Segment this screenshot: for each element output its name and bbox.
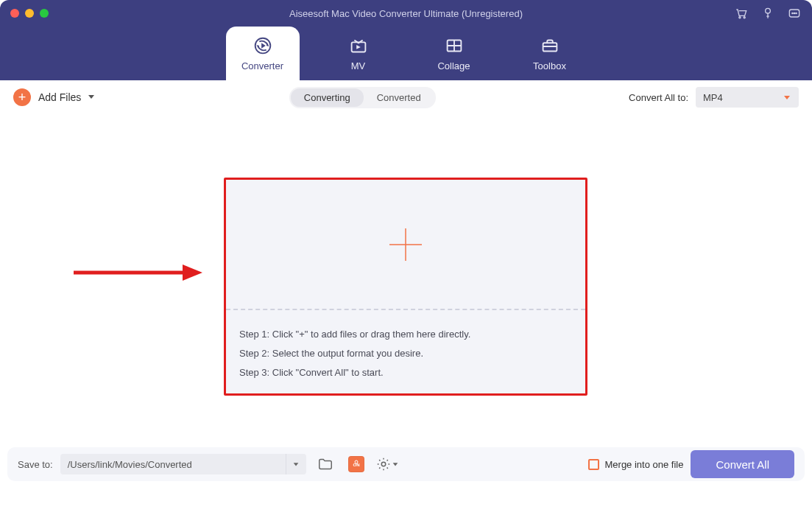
tab-toolbox[interactable]: Toolbox	[513, 27, 587, 80]
traffic-lights	[10, 9, 49, 18]
svg-point-2	[766, 8, 771, 13]
annotation-arrow	[74, 262, 206, 287]
svg-point-1	[744, 17, 745, 18]
converter-icon	[252, 35, 274, 56]
file-dropzone[interactable]: Step 1: Click "+" to add files or drag t…	[224, 178, 587, 396]
gpu-accel-button[interactable]: ON	[345, 453, 368, 475]
save-path-field[interactable]: /Users/link/Movies/Converted	[60, 454, 306, 474]
mv-icon	[347, 35, 370, 56]
merge-option: Merge into one file	[588, 459, 684, 470]
convert-all-button[interactable]: Convert All	[691, 450, 794, 478]
gear-icon	[375, 456, 392, 472]
svg-marker-25	[392, 463, 398, 466]
svg-marker-15	[88, 95, 94, 99]
tabbar: Converter MV Collage	[0, 27, 812, 80]
dropzone-plus-area[interactable]	[226, 180, 585, 309]
app-window: Aiseesoft Mac Video Converter Ultimate (…	[0, 0, 812, 515]
bottom-bar: Save to: /Users/link/Movies/Converted ON	[7, 447, 805, 481]
add-files-label: Add Files	[38, 91, 81, 103]
open-folder-button[interactable]	[314, 453, 337, 475]
convert-all-to-label: Convert All to:	[629, 92, 688, 103]
window-maximize-button[interactable]	[40, 9, 49, 18]
svg-point-5	[794, 13, 794, 13]
toolbox-icon	[539, 35, 561, 56]
svg-marker-18	[183, 264, 202, 281]
step2-text: Step 2: Select the output format you des…	[239, 344, 572, 363]
merge-checkbox[interactable]	[588, 459, 599, 470]
svg-point-0	[739, 17, 741, 18]
chevron-down-icon	[392, 460, 399, 468]
tab-label: MV	[351, 60, 366, 71]
merge-label: Merge into one file	[605, 459, 684, 470]
folder-icon	[317, 456, 333, 472]
key-icon[interactable]	[760, 6, 775, 21]
titlebar: Aiseesoft Mac Video Converter Ultimate (…	[0, 0, 812, 27]
add-files-dropdown[interactable]	[87, 91, 96, 104]
save-to-label: Save to:	[18, 459, 53, 470]
segment-converting[interactable]: Converting	[291, 88, 364, 107]
output-format-select[interactable]: MP4	[696, 87, 799, 108]
cart-icon[interactable]	[734, 6, 749, 21]
chevron-down-icon	[783, 93, 791, 102]
settings-button[interactable]	[375, 456, 399, 472]
tab-label: Converter	[241, 60, 283, 71]
window-minimize-button[interactable]	[25, 9, 34, 18]
svg-marker-12	[356, 45, 361, 49]
titlebar-system-icons	[734, 6, 802, 21]
window-close-button[interactable]	[10, 9, 19, 18]
svg-marker-21	[294, 463, 299, 466]
svg-point-24	[381, 462, 386, 466]
collage-icon	[443, 35, 465, 56]
main-area: Step 1: Click "+" to add files or drag t…	[0, 114, 812, 481]
step1-text: Step 1: Click "+" to add files or drag t…	[239, 325, 572, 344]
add-files-button[interactable]: + Add Files	[13, 88, 81, 106]
menu-icon[interactable]	[787, 6, 802, 21]
app-title: Aiseesoft Mac Video Converter Ultimate (…	[0, 8, 812, 19]
dropzone-steps: Step 1: Click "+" to add files or drag t…	[226, 310, 585, 397]
plus-icon	[385, 224, 426, 265]
tab-converter[interactable]: Converter	[226, 27, 300, 80]
svg-point-4	[792, 13, 793, 13]
tab-label: Toolbox	[533, 60, 566, 71]
format-selected-value: MP4	[703, 92, 723, 103]
step3-text: Step 3: Click "Convert All" to start.	[239, 363, 572, 382]
save-path-value: /Users/link/Movies/Converted	[60, 459, 286, 470]
svg-point-6	[796, 13, 797, 13]
tab-collage[interactable]: Collage	[417, 27, 491, 80]
toolbar: + Add Files Converting Converted Convert…	[0, 80, 812, 114]
gpu-chip-icon: ON	[348, 456, 364, 472]
svg-marker-10	[261, 43, 266, 49]
plus-circle-icon: +	[13, 88, 31, 106]
tab-mv[interactable]: MV	[322, 27, 395, 80]
segment-converted[interactable]: Converted	[364, 88, 434, 107]
conversion-state-segment: Converting Converted	[289, 87, 436, 108]
save-path-dropdown[interactable]	[286, 454, 306, 474]
tab-label: Collage	[437, 60, 470, 71]
svg-marker-16	[784, 96, 790, 99]
